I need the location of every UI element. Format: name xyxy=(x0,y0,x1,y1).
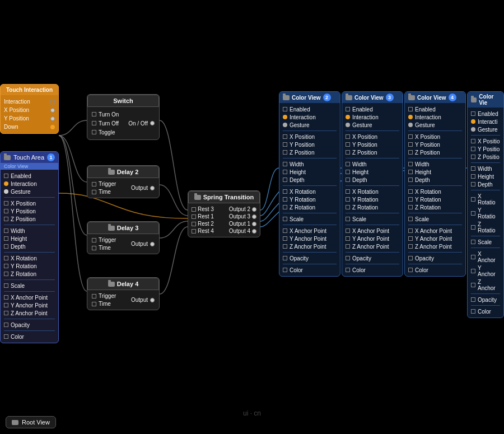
ta-xrot: X Rotation xyxy=(4,254,55,262)
enabled-cb xyxy=(4,174,8,178)
delay2-folder-icon xyxy=(108,170,115,175)
delay2-node: Delay 2 Trigger Time Output xyxy=(87,165,160,198)
ta-zpos: Z Position xyxy=(4,215,55,223)
cv5-header: Color Vie xyxy=(468,92,503,108)
cv2-body: Enabled Interaction Gesture X Position Y… xyxy=(279,103,340,276)
touch-interaction-title: Touch Interaction xyxy=(1,85,58,95)
touch-area-body: Enabled Interaction Gesture X Position Y… xyxy=(1,170,58,343)
folder-icon xyxy=(4,155,11,160)
touch-area-badge: 1 xyxy=(47,153,55,161)
ta-interaction: Interaction xyxy=(4,180,55,188)
color-view-3-node: Color View 3 Enabled Interaction Gesture… xyxy=(342,91,403,277)
ta-scale: Scale xyxy=(4,282,55,290)
gesture-dot xyxy=(4,189,8,194)
touch-area-header: Touch Area 1 xyxy=(1,152,58,163)
delay3-body: Trigger Time Output xyxy=(87,234,159,254)
delay4-output-dot xyxy=(150,298,155,302)
sep7 xyxy=(4,330,55,331)
color-view-4-node: Color View 4 Enabled Interaction Gesture… xyxy=(404,91,466,277)
interaction-row: Interaction xyxy=(4,97,55,106)
cv3-body: Enabled Interaction Gesture X Position Y… xyxy=(342,103,403,276)
switch-body: Turn On Turn Off Toggle On / Off xyxy=(87,107,159,139)
ta-yanchor: Y Anchor Point xyxy=(4,301,55,309)
touch-area-node: Touch Area 1 Color View Enabled Interact… xyxy=(0,151,59,343)
ta-width: Width xyxy=(4,227,55,235)
spring-title: Spring Transition xyxy=(188,191,260,203)
ta-height: Height xyxy=(4,235,55,242)
sep6 xyxy=(4,319,55,319)
spring-transition-node: Spring Transition Rest 3 Output 2 Rest 1… xyxy=(188,190,260,237)
sep2 xyxy=(4,225,55,225)
x-position-dot xyxy=(50,108,55,113)
delay2-output-dot xyxy=(150,186,155,190)
cv4-body: Enabled Interaction Gesture X Position Y… xyxy=(405,103,465,276)
cv3-folder xyxy=(346,95,352,100)
touch-interaction-node: Touch Interaction Interaction X Position… xyxy=(0,84,59,134)
ta-zrot: Z Rotation xyxy=(4,270,55,278)
cv2-folder xyxy=(283,95,290,100)
switch-title: Switch xyxy=(87,95,159,107)
ta-opacity: Opacity xyxy=(4,321,55,329)
ta-ypos: Y Position xyxy=(4,207,55,215)
sep5 xyxy=(4,291,55,292)
cv5-folder xyxy=(471,97,477,102)
ta-xanchor: X Anchor Point xyxy=(4,293,55,301)
down-dot xyxy=(50,125,55,129)
switch-node: Switch Turn On Turn Off Toggle On / Off xyxy=(87,94,160,140)
ta-xpos: X Position xyxy=(4,199,55,207)
down-row: Down xyxy=(4,123,55,131)
cv2-header: Color View 2 xyxy=(279,92,340,103)
touch-area-subtitle: Color View xyxy=(1,163,58,170)
delay2-body: Trigger Time Output xyxy=(87,178,159,198)
delay4-node: Delay 4 Trigger Time Output xyxy=(87,277,160,310)
delay4-title: Delay 4 xyxy=(87,278,159,290)
cv4-header: Color View 4 xyxy=(405,92,465,103)
x-position-row: X Position xyxy=(4,106,55,114)
sep4 xyxy=(4,279,55,280)
ta-enabled: Enabled xyxy=(4,172,55,180)
ta-gesture: Gesture xyxy=(4,188,55,195)
cv4-badge: 4 xyxy=(449,94,456,101)
ta-color: Color xyxy=(4,333,55,340)
y-position-row: Y Position xyxy=(4,114,55,123)
delay3-title: Delay 3 xyxy=(87,222,159,234)
cv3-header: Color View 3 xyxy=(342,92,403,103)
switch-output-dot xyxy=(150,121,155,125)
y-position-dot xyxy=(50,116,55,121)
cv5-body: Enabled Interacti Gesture X Positio Y Po… xyxy=(468,108,503,318)
cv2-badge: 2 xyxy=(323,94,331,101)
delay4-body: Trigger Time Output xyxy=(87,290,159,310)
delay2-title: Delay 2 xyxy=(87,166,159,178)
ta-yrot: Y Rotation xyxy=(4,262,55,270)
sep1 xyxy=(4,197,55,198)
spring-body: Rest 3 Output 2 Rest 1 Output 3 Rest 2 O… xyxy=(188,203,260,237)
delay3-node: Delay 3 Trigger Time Output xyxy=(87,221,160,254)
cv4-folder xyxy=(408,95,415,100)
watermark: ui · cn xyxy=(243,409,261,417)
switch-options-row: Turn On Turn Off Toggle On / Off xyxy=(92,110,155,137)
root-view-bar[interactable]: Root View xyxy=(6,416,56,428)
root-view-label: Root View xyxy=(22,419,50,426)
ta-zanchor: Z Anchor Point xyxy=(4,309,55,317)
interaction-dot xyxy=(4,181,8,186)
spring-folder-icon xyxy=(194,195,201,200)
color-view-2-node: Color View 2 Enabled Interaction Gesture… xyxy=(279,91,340,277)
touch-area-title: Touch Area xyxy=(13,154,44,161)
delay3-folder-icon xyxy=(108,226,115,231)
ta-depth: Depth xyxy=(4,242,55,250)
delay4-folder-icon xyxy=(108,282,115,287)
color-view-5-node: Color Vie Enabled Interacti Gesture X Po… xyxy=(467,91,504,318)
cv3-badge: 3 xyxy=(386,94,394,101)
root-view-folder-icon xyxy=(12,420,18,425)
interaction-checkbox xyxy=(50,100,55,104)
delay3-output-dot xyxy=(150,242,155,246)
sep3 xyxy=(4,252,55,253)
